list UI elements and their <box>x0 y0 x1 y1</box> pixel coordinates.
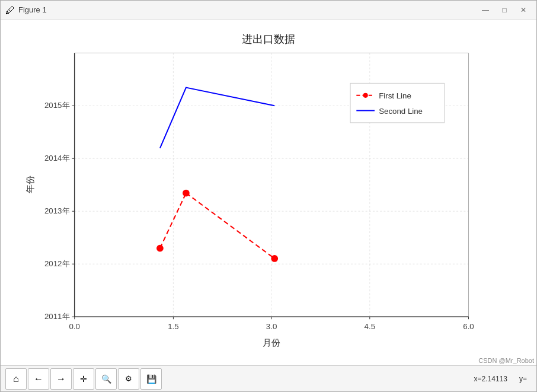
svg-text:年份: 年份 <box>25 176 35 193</box>
minimize-button[interactable]: — <box>477 4 494 16</box>
window-title: Figure 1 <box>18 5 47 14</box>
svg-text:3.0: 3.0 <box>266 322 277 331</box>
first-line-point2 <box>183 190 189 196</box>
svg-text:2014年: 2014年 <box>44 154 70 162</box>
svg-text:6.0: 6.0 <box>463 322 474 331</box>
chart-area: 进出口数据 <box>1 20 536 365</box>
titlebar-left: 🖊 Figure 1 <box>5 5 47 15</box>
window-controls: — □ ✕ <box>477 4 532 16</box>
chart-container: 进出口数据 <box>1 20 536 365</box>
toolbar-buttons: ⌂ ← → ✛ 🔍 ⚙ 💾 <box>5 368 162 390</box>
legend-box <box>350 83 445 122</box>
watermark: CSDN @Mr_Robot <box>478 357 534 364</box>
first-line-point3 <box>271 256 277 262</box>
svg-text:2013年: 2013年 <box>44 206 70 215</box>
legend-first-label: First Line <box>379 91 411 100</box>
settings-button[interactable]: ⚙ <box>118 368 139 390</box>
status-y: y= <box>519 375 527 383</box>
save-button[interactable]: 💾 <box>140 368 162 390</box>
titlebar: 🖊 Figure 1 — □ ✕ <box>1 1 536 20</box>
chart-svg: 进出口数据 <box>1 20 536 365</box>
main-window: 🖊 Figure 1 — □ ✕ 进出口数据 <box>0 0 537 392</box>
first-line-point1 <box>157 245 163 251</box>
legend-first-dot <box>363 93 368 98</box>
app-icon: 🖊 <box>5 5 15 15</box>
back-button[interactable]: ← <box>28 368 49 390</box>
close-button[interactable]: ✕ <box>515 4 532 16</box>
legend-second-label: Second Line <box>379 107 423 116</box>
home-button[interactable]: ⌂ <box>5 368 27 390</box>
svg-text:0.0: 0.0 <box>69 322 79 331</box>
forward-button[interactable]: → <box>50 368 72 390</box>
svg-text:2011年: 2011年 <box>44 312 70 321</box>
maximize-button[interactable]: □ <box>496 4 513 16</box>
pan-button[interactable]: ✛ <box>73 368 94 390</box>
chart-title: 进出口数据 <box>242 33 295 45</box>
svg-text:2012年: 2012年 <box>44 259 70 268</box>
toolbar-status: x=2.14113 y= <box>474 375 532 383</box>
svg-text:2015年: 2015年 <box>44 101 70 110</box>
svg-text:1.5: 1.5 <box>168 322 178 331</box>
toolbar: ⌂ ← → ✛ 🔍 ⚙ 💾 x=2.14113 y= <box>1 365 536 391</box>
svg-text:4.5: 4.5 <box>365 322 375 331</box>
svg-text:月份: 月份 <box>263 337 280 348</box>
zoom-button[interactable]: 🔍 <box>95 368 117 390</box>
status-x: x=2.14113 <box>474 375 507 383</box>
